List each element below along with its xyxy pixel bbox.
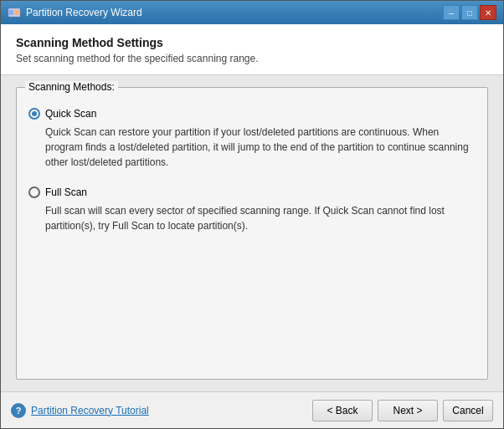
footer-buttons: < Back Next > Cancel [312,400,493,421]
page-header: Scanning Method Settings Set scanning me… [1,24,503,75]
quick-scan-header[interactable]: Quick Scan [28,108,476,120]
next-button[interactable]: Next > [378,400,438,421]
svg-rect-2 [14,10,19,15]
cancel-button[interactable]: Cancel [443,400,493,421]
back-button[interactable]: < Back [312,400,373,421]
full-scan-radio[interactable] [28,186,40,198]
page-title: Scanning Method Settings [16,36,488,49]
full-scan-header[interactable]: Full Scan [28,186,476,198]
help-icon[interactable]: ? [11,403,26,418]
tutorial-link[interactable]: Partition Recovery Tutorial [31,405,149,416]
svg-rect-1 [9,10,13,15]
footer-left: ? Partition Recovery Tutorial [11,403,312,418]
app-icon [8,6,21,19]
main-content: Scanning Methods: Quick Scan Quick Scan … [1,75,503,391]
page-subtitle: Set scanning method for the specified sc… [16,53,488,64]
full-scan-option[interactable]: Full Scan Full scan will scan every sect… [28,186,476,233]
quick-scan-radio[interactable] [28,108,40,120]
close-button[interactable]: ✕ [480,5,496,20]
quick-scan-description: Quick Scan can restore your partition if… [45,125,476,170]
full-scan-description: Full scan will scan every sector of spec… [45,203,476,233]
main-window: Partition Recovery Wizard – □ ✕ Scanning… [0,0,504,429]
full-scan-label: Full Scan [45,186,87,198]
window-title: Partition Recovery Wizard [26,7,443,18]
quick-scan-label: Quick Scan [45,108,96,120]
group-box-legend: Scanning Methods: [25,81,118,93]
title-bar: Partition Recovery Wizard – □ ✕ [1,1,503,24]
scanning-methods-group: Scanning Methods: Quick Scan Quick Scan … [16,87,488,380]
minimize-button[interactable]: – [443,5,460,20]
footer: ? Partition Recovery Tutorial < Back Nex… [1,391,503,428]
quick-scan-option[interactable]: Quick Scan Quick Scan can restore your p… [28,108,476,170]
window-controls: – □ ✕ [443,5,496,20]
maximize-button[interactable]: □ [461,5,478,20]
